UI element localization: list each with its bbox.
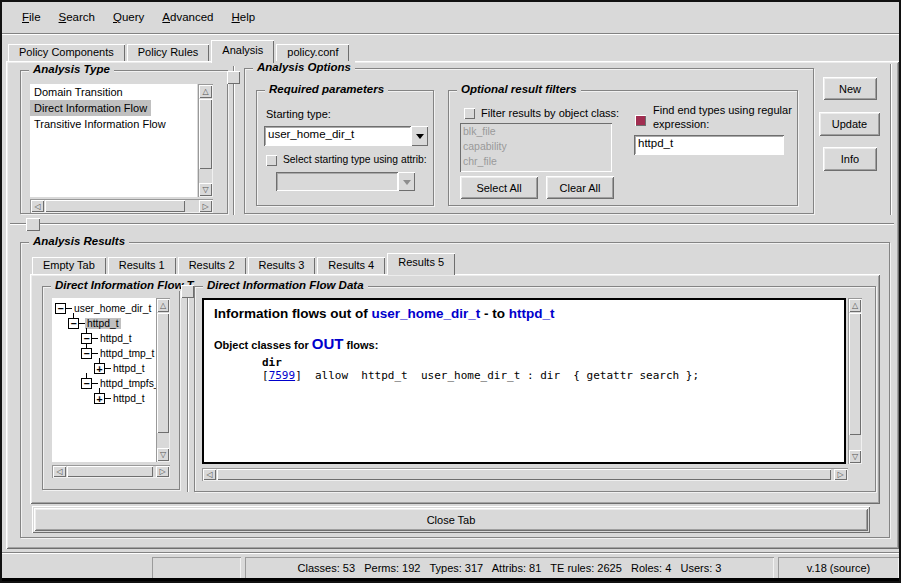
sash-handle[interactable] [227,71,240,84]
flow-data-textarea[interactable]: Information flows out of user_home_dir_t… [202,298,846,464]
update-button[interactable]: Update [819,112,880,136]
results-tab-results-3[interactable]: Results 3 [248,257,316,274]
pane-divider [233,66,235,215]
scroll-down-icon[interactable]: ▽ [157,448,169,461]
sash-handle[interactable] [181,285,194,298]
menu-file[interactable]: File [13,8,50,26]
scroll-up-icon[interactable]: △ [157,299,169,312]
attrib-checkbox-label: Select starting type using attrib: [283,154,427,165]
menu-help[interactable]: Help [222,8,264,26]
scroll-down-icon[interactable]: ▽ [849,450,861,463]
tree-node[interactable]: +httpd_t [52,391,156,406]
object-class-item: blk_file [463,124,609,139]
expand-icon[interactable]: + [94,393,105,404]
scroll-thumb[interactable] [849,313,861,435]
results-tab-empty-tab[interactable]: Empty Tab [32,257,106,274]
scroll-left-icon[interactable]: ◁ [31,200,44,212]
analysis-type-item[interactable]: Domain Transition [30,84,127,100]
sash-handle[interactable] [26,218,40,231]
pane-divider [10,223,894,225]
scroll-left-icon[interactable]: ◁ [53,466,66,477]
tree-node-label[interactable]: httpd_tmp_t [98,348,156,359]
object-classes-line: Object classes for OUT flows: [214,335,834,352]
main-tab-bar: Policy ComponentsPolicy RulesAnalysispol… [8,40,351,63]
scroll-thumb[interactable] [45,200,185,212]
collapse-icon[interactable]: − [81,378,92,389]
close-tab-button[interactable]: Close Tab [34,508,868,531]
expand-icon[interactable]: + [94,363,105,374]
status-version: v.18 (source) [778,557,899,579]
apol-window: FileSearchQueryAdvancedHelp Policy Compo… [0,0,901,583]
analysis-type-hscrollbar[interactable]: ◁ ▷ [30,199,213,213]
tab-analysis[interactable]: Analysis [211,40,274,63]
tab-policy-conf[interactable]: policy.conf [276,44,349,61]
regex-input[interactable]: httpd_t [634,135,784,155]
scroll-thumb[interactable] [217,469,831,480]
analysis-results-title: Analysis Results [29,235,129,247]
flow-tree-vscrollbar[interactable]: △ ▽ [156,298,170,462]
flow-source-type: user_home_dir_t [371,306,480,321]
scroll-up-icon[interactable]: △ [849,299,861,312]
scroll-down-icon[interactable]: ▽ [199,183,212,196]
starting-type-dropdown-button[interactable] [411,126,428,146]
menu-bar: FileSearchQueryAdvancedHelp [2,2,899,32]
tree-node[interactable]: −httpd_tmp_t [52,346,156,361]
tree-node[interactable]: −httpd_t [52,331,156,346]
scroll-right-icon[interactable]: ▷ [834,469,847,480]
flow-tree-hscrollbar[interactable]: ◁ ▷ [52,465,170,478]
menu-advanced[interactable]: Advanced [153,8,222,26]
results-tab-results-4[interactable]: Results 4 [317,257,385,274]
flow-data-vscrollbar[interactable]: △ ▽ [848,298,862,464]
regex-checkbox[interactable] [635,115,646,126]
tree-node[interactable]: +httpd_t [52,361,156,376]
tree-node[interactable]: −user_home_dir_t [52,301,156,316]
scroll-thumb[interactable] [67,466,153,477]
tab-policy-components[interactable]: Policy Components [8,44,125,61]
scroll-thumb[interactable] [157,313,169,433]
tab-policy-rules[interactable]: Policy Rules [127,44,210,61]
object-class-listbox: blk_filecapabilitychr_file [460,123,612,172]
collapse-icon[interactable]: − [68,318,79,329]
attrib-checkbox[interactable] [266,155,277,166]
tree-node-label[interactable]: httpd_tmpfs_ [98,378,156,389]
chevron-down-icon [403,180,411,189]
scroll-thumb[interactable] [199,99,212,169]
select-all-button[interactable]: Select All [460,176,538,199]
new-button[interactable]: New [823,77,877,100]
required-params-title: Required parameters [265,83,388,95]
info-button[interactable]: Info [823,147,877,171]
results-tab-results-1[interactable]: Results 1 [108,257,176,274]
rule-number-link[interactable]: 7599 [269,369,296,382]
scroll-up-icon[interactable]: △ [199,85,212,98]
tree-node-label[interactable]: user_home_dir_t [72,303,153,314]
filter-by-class-checkbox[interactable] [464,108,475,119]
analysis-type-vscrollbar[interactable]: △ ▽ [198,84,213,197]
menu-query[interactable]: Query [104,8,153,26]
tree-node-label[interactable]: httpd_t [85,318,121,329]
object-class-item: chr_file [463,154,609,169]
tree-node-label[interactable]: httpd_t [98,333,134,344]
analysis-type-item[interactable]: Direct Information Flow [30,100,151,116]
results-tab-results-5[interactable]: Results 5 [387,253,455,275]
results-tab-results-2[interactable]: Results 2 [178,257,246,274]
tree-node-label[interactable]: httpd_t [111,363,147,374]
analysis-type-listbox[interactable]: Domain TransitionDirect Information Flow… [30,84,197,197]
tree-node[interactable]: −httpd_t [52,316,156,331]
tree-node-label[interactable]: httpd_t [111,393,147,404]
starting-type-combobox[interactable]: user_home_dir_t [264,126,411,146]
flow-tree-listbox[interactable]: −user_home_dir_t−httpd_t−httpd_t−httpd_t… [52,298,156,462]
scroll-left-icon[interactable]: ◁ [203,469,216,480]
menu-search[interactable]: Search [50,8,104,26]
menu-separator [2,33,899,35]
scroll-right-icon[interactable]: ▷ [156,466,169,477]
clear-all-button[interactable]: Clear All [546,176,614,199]
collapse-icon[interactable]: − [55,303,66,314]
collapse-icon[interactable]: − [81,348,92,359]
tree-node[interactable]: −httpd_tmpfs_ [52,376,156,391]
status-separator [2,552,899,554]
scroll-right-icon[interactable]: ▷ [199,200,212,212]
flow-data-hscrollbar[interactable]: ◁ ▷ [202,468,848,481]
status-stats: Classes: 53 Perms: 192 Types: 317 Attrib… [245,557,774,579]
analysis-type-item[interactable]: Transitive Information Flow [30,116,170,132]
flow-header: Information flows out of user_home_dir_t… [214,306,834,321]
